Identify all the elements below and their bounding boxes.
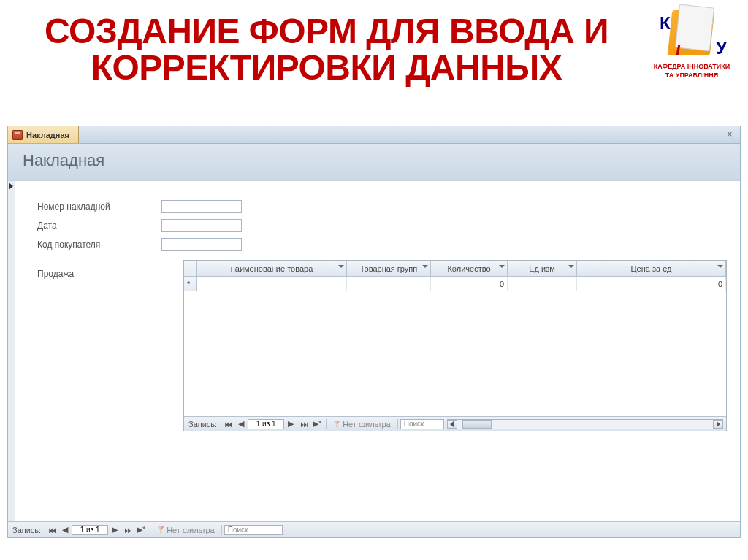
grid-select-all[interactable] bbox=[184, 261, 197, 276]
nav-new-button[interactable]: ▶* bbox=[310, 418, 324, 430]
filter-indicator[interactable]: Нет фильтра bbox=[329, 420, 395, 429]
column-header-name[interactable]: наименование товара bbox=[197, 261, 347, 276]
form-title: Накладная bbox=[23, 151, 104, 169]
nav-prev-button[interactable]: ◀ bbox=[58, 524, 72, 536]
form-header: Накладная bbox=[8, 144, 740, 180]
scroll-thumb[interactable] bbox=[462, 420, 492, 429]
form-body: Номер накладной Дата Код покупателя Прод… bbox=[8, 180, 740, 521]
new-row-marker: * bbox=[184, 277, 197, 291]
cell-unit[interactable] bbox=[508, 277, 577, 291]
tab-invoice[interactable]: Накладная bbox=[8, 126, 79, 143]
form-icon bbox=[12, 130, 23, 140]
cell-group[interactable] bbox=[347, 277, 431, 291]
funnel-icon bbox=[333, 421, 340, 428]
subform-grid: наименование товара Товарная групп Колич… bbox=[184, 261, 726, 416]
tab-bar: Накладная × bbox=[8, 126, 740, 144]
funnel-icon bbox=[157, 526, 164, 534]
column-header-unit[interactable]: Ед изм bbox=[508, 261, 577, 276]
label-buyer-code: Код покупателя bbox=[37, 239, 161, 250]
form-search[interactable]: Поиск bbox=[224, 525, 283, 535]
cell-price[interactable]: 0 bbox=[577, 277, 726, 291]
grid-new-row[interactable]: * 0 0 bbox=[184, 277, 726, 291]
scroll-left-button[interactable] bbox=[447, 420, 457, 429]
nav-last-button[interactable]: ⏭ bbox=[121, 524, 134, 536]
current-record-icon bbox=[9, 183, 13, 190]
chevron-down-icon bbox=[568, 265, 574, 268]
tab-label: Накладная bbox=[26, 131, 69, 139]
nav-record-label: Запись: bbox=[184, 420, 221, 429]
input-invoice-no[interactable] bbox=[161, 200, 242, 213]
column-header-qty[interactable]: Количество bbox=[431, 261, 508, 276]
chevron-down-icon bbox=[499, 265, 505, 268]
nav-record-label: Запись: bbox=[8, 526, 45, 534]
nav-next-button[interactable]: ▶ bbox=[108, 524, 121, 536]
subform-hscrollbar[interactable] bbox=[447, 419, 723, 429]
cell-qty[interactable]: 0 bbox=[431, 277, 508, 291]
nav-prev-button[interactable]: ◀ bbox=[234, 418, 248, 430]
chevron-down-icon bbox=[717, 265, 723, 268]
department-logo: К І У КАФЕДРА ІННОВАТИКИ ТА УПРАВЛІННЯ bbox=[644, 6, 739, 80]
record-selector[interactable] bbox=[8, 181, 15, 521]
subform-nav: Запись: ⏮ ◀ ▶ ⏭ ▶* Нет фильтра Поиск bbox=[184, 416, 726, 431]
label-subform-sale: Продажа bbox=[37, 269, 74, 279]
subform-sale: наименование товара Товарная групп Колич… bbox=[183, 260, 727, 431]
form-nav: Запись: ⏮ ◀ ▶ ⏭ ▶* Нет фильтра Поиск bbox=[8, 521, 740, 537]
input-buyer-code[interactable] bbox=[161, 238, 242, 251]
nav-position[interactable] bbox=[72, 525, 108, 535]
column-header-group[interactable]: Товарная групп bbox=[347, 261, 431, 276]
cell-name[interactable] bbox=[197, 277, 347, 291]
chevron-down-icon bbox=[422, 265, 428, 268]
subform-search[interactable]: Поиск bbox=[400, 419, 444, 429]
nav-first-button[interactable]: ⏮ bbox=[221, 418, 234, 430]
slide-title: СОЗДАНИЕ ФОРМ ДЛЯ ВВОДА И КОРРЕКТИРОВКИ … bbox=[0, 0, 748, 87]
nav-next-button[interactable]: ▶ bbox=[284, 418, 297, 430]
nav-position[interactable] bbox=[248, 419, 284, 429]
nav-first-button[interactable]: ⏮ bbox=[45, 524, 58, 536]
filter-indicator[interactable]: Нет фильтра bbox=[153, 526, 219, 534]
close-icon[interactable]: × bbox=[724, 129, 736, 140]
label-invoice-no: Номер накладной bbox=[37, 202, 161, 212]
label-date: Дата bbox=[37, 220, 161, 231]
access-form-window: Накладная × Накладная Номер накладной Да… bbox=[7, 126, 741, 538]
chevron-down-icon bbox=[338, 265, 344, 268]
column-header-price[interactable]: Цена за ед bbox=[577, 261, 726, 276]
input-date[interactable] bbox=[161, 219, 242, 232]
nav-last-button[interactable]: ⏭ bbox=[297, 418, 310, 430]
scroll-right-button[interactable] bbox=[713, 420, 723, 429]
nav-new-button[interactable]: ▶* bbox=[134, 524, 148, 536]
